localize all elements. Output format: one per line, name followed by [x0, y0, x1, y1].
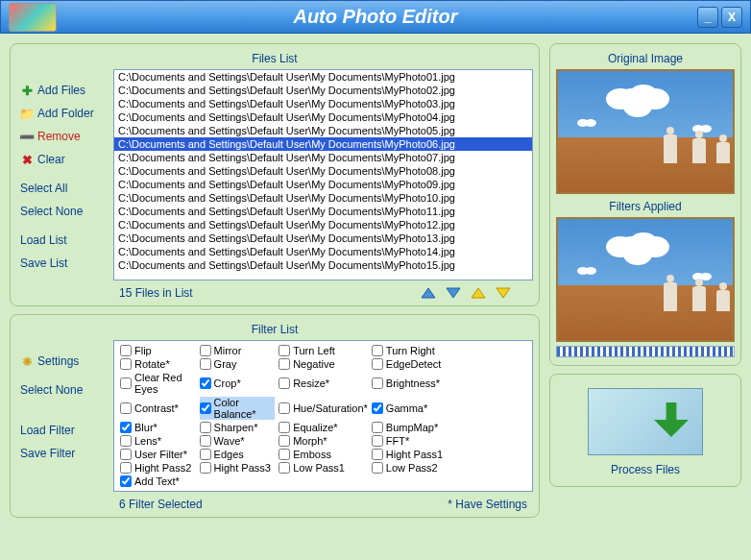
filter-checkbox-input[interactable] [200, 462, 211, 474]
filter-checkbox-input[interactable] [372, 449, 383, 460]
file-list-item[interactable]: C:\Documents and Settings\Default User\M… [114, 97, 532, 110]
filter-checkbox[interactable]: Turn Right [372, 345, 448, 356]
filter-checkbox[interactable]: Brightness* [372, 372, 448, 395]
filter-checkbox[interactable]: Hight Pass2 [120, 462, 196, 474]
file-list-item[interactable]: C:\Documents and Settings\Default User\M… [114, 191, 532, 205]
filter-checkbox-input[interactable] [279, 377, 290, 389]
minimize-button[interactable]: _ [697, 7, 718, 28]
filter-checkbox[interactable]: Gray [200, 358, 276, 370]
filter-checkbox-input[interactable] [279, 345, 290, 356]
filter-checkbox-input[interactable] [372, 358, 383, 370]
filter-checkbox-input[interactable] [120, 475, 132, 487]
filter-checkbox-input[interactable] [372, 345, 383, 356]
filter-checkbox[interactable]: Sharpen* [200, 422, 276, 433]
filter-checkbox[interactable]: BumpMap* [372, 422, 448, 433]
file-list-item[interactable]: C:\Documents and Settings\Default User\M… [114, 205, 532, 218]
select-none-button[interactable]: Select None [16, 200, 108, 223]
filter-checkbox[interactable]: Color Balance* [200, 397, 276, 420]
filter-checkbox-input[interactable] [279, 449, 290, 460]
filter-checkbox[interactable]: Wave* [200, 435, 276, 447]
remove-button[interactable]: ➖ Remove [16, 125, 108, 148]
filter-checkbox[interactable]: Hight Pass1 [372, 449, 448, 460]
select-all-button[interactable]: Select All [16, 177, 108, 200]
filter-checkbox-input[interactable] [200, 435, 211, 447]
file-list-item[interactable]: C:\Documents and Settings\Default User\M… [114, 137, 532, 151]
file-list-item[interactable]: C:\Documents and Settings\Default User\M… [114, 110, 532, 124]
filter-checkbox[interactable]: Low Pass2 [372, 462, 448, 474]
files-listbox[interactable]: C:\Documents and Settings\Default User\M… [113, 69, 533, 280]
filter-checkbox-input[interactable] [120, 358, 132, 370]
filter-checkbox[interactable]: Hue/Saturation* [279, 397, 368, 420]
filter-checkbox-input[interactable] [372, 422, 383, 433]
filter-checkbox[interactable]: Low Pass1 [279, 462, 368, 474]
filter-checkbox[interactable]: Contrast* [120, 397, 196, 420]
file-list-item[interactable]: C:\Documents and Settings\Default User\M… [114, 258, 532, 272]
process-files-button[interactable]: Process Files [560, 463, 731, 476]
filter-select-none-button[interactable]: Select None [16, 378, 108, 402]
file-list-item[interactable]: C:\Documents and Settings\Default User\M… [114, 218, 532, 231]
filter-checkbox-input[interactable] [120, 435, 132, 447]
filter-checkbox-input[interactable] [200, 402, 211, 414]
file-list-item[interactable]: C:\Documents and Settings\Default User\M… [114, 231, 532, 245]
save-list-button[interactable]: Save List [16, 252, 108, 275]
arrow-down-icon[interactable] [445, 286, 462, 300]
filter-checkbox-input[interactable] [279, 358, 290, 370]
arrow-down-fill-icon[interactable] [495, 286, 512, 300]
filter-checkbox-input[interactable] [120, 422, 132, 433]
settings-button[interactable]: ✺ Settings [16, 350, 108, 373]
filter-checkbox-input[interactable] [279, 462, 290, 474]
filter-checkbox-input[interactable] [279, 422, 290, 433]
filter-checkbox-input[interactable] [120, 377, 132, 389]
filter-checkbox[interactable]: Flip [120, 345, 196, 356]
filter-checkbox[interactable]: Gamma* [372, 397, 448, 420]
filter-checkbox-input[interactable] [200, 377, 211, 389]
filter-checkbox[interactable]: Turn Left [279, 345, 368, 356]
file-list-item[interactable]: C:\Documents and Settings\Default User\M… [114, 70, 532, 84]
file-list-item[interactable]: C:\Documents and Settings\Default User\M… [114, 164, 532, 178]
file-list-item[interactable]: C:\Documents and Settings\Default User\M… [114, 151, 532, 164]
filter-checkbox[interactable]: Emboss [279, 449, 368, 460]
arrow-up-icon[interactable] [420, 286, 437, 300]
filter-checkbox-input[interactable] [372, 462, 383, 474]
filter-checkbox-input[interactable] [120, 345, 132, 356]
filter-checkbox-input[interactable] [372, 435, 383, 447]
filter-checkbox[interactable]: Clear Red Eyes [120, 372, 196, 395]
filter-checkbox-input[interactable] [200, 358, 211, 370]
filter-checkbox[interactable]: Rotate* [120, 358, 196, 370]
filter-checkbox[interactable]: Edges [200, 449, 276, 460]
filter-checkbox-input[interactable] [372, 402, 383, 414]
filter-checkbox[interactable]: Equalize* [279, 422, 368, 433]
filter-checkbox[interactable]: Resize* [279, 372, 368, 395]
filter-checkbox-input[interactable] [120, 462, 132, 474]
filter-checkbox[interactable]: User Filter* [120, 449, 196, 460]
file-list-item[interactable]: C:\Documents and Settings\Default User\M… [114, 124, 532, 137]
filter-checkbox-input[interactable] [279, 402, 290, 414]
filter-checkbox[interactable]: Morph* [279, 435, 368, 447]
filter-checkbox[interactable]: Lens* [120, 435, 196, 447]
save-filter-button[interactable]: Save Filter [16, 442, 108, 465]
file-list-item[interactable]: C:\Documents and Settings\Default User\M… [114, 84, 532, 97]
filter-checkbox[interactable]: Add Text* [120, 475, 196, 487]
filter-checkbox-input[interactable] [372, 377, 383, 389]
filter-checkbox[interactable]: Hight Pass3 [200, 462, 276, 474]
filter-checkbox-input[interactable] [120, 402, 132, 414]
filter-checkbox[interactable]: Blur* [120, 422, 196, 433]
clear-button[interactable]: ✖ Clear [16, 148, 108, 171]
filter-checkbox-input[interactable] [279, 435, 290, 447]
filter-checkbox[interactable]: FFT* [372, 435, 448, 447]
add-files-button[interactable]: ✚ Add Files [16, 79, 108, 102]
close-button[interactable]: X [721, 7, 742, 28]
filter-checkbox[interactable]: Mirror [200, 345, 276, 356]
load-filter-button[interactable]: Load Filter [16, 419, 108, 442]
filter-checkbox-input[interactable] [200, 345, 211, 356]
filter-checkbox[interactable]: EdgeDetect [372, 358, 448, 370]
file-list-item[interactable]: C:\Documents and Settings\Default User\M… [114, 178, 532, 191]
arrow-up-fill-icon[interactable] [470, 286, 487, 300]
file-list-item[interactable]: C:\Documents and Settings\Default User\M… [114, 245, 532, 258]
load-list-button[interactable]: Load List [16, 229, 108, 252]
add-folder-button[interactable]: 📁 Add Folder [16, 102, 108, 125]
filter-checkbox-input[interactable] [200, 422, 211, 433]
filter-checkbox-input[interactable] [200, 449, 211, 460]
filter-checkbox[interactable]: Crop* [200, 372, 276, 395]
filter-checkbox[interactable]: Negative [279, 358, 368, 370]
